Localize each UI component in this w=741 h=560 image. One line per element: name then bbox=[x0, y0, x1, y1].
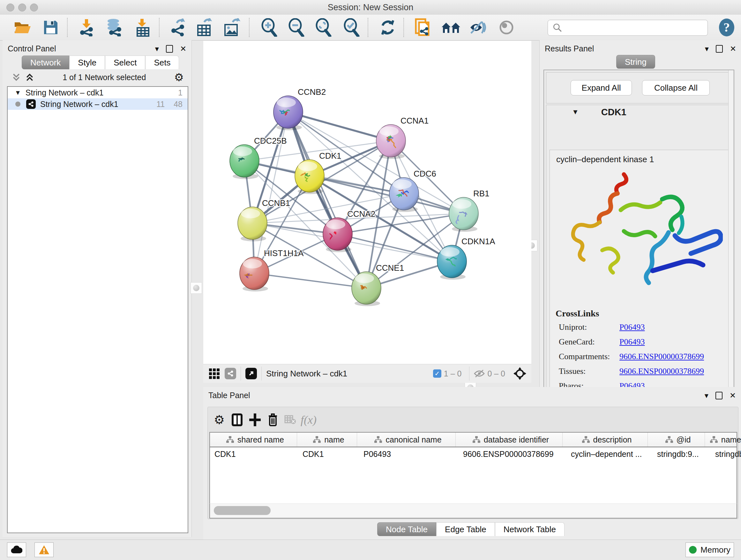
collapse-all-icon[interactable] bbox=[11, 72, 21, 82]
tab-style[interactable]: Style bbox=[69, 56, 105, 69]
expand-all-button[interactable]: Expand All bbox=[570, 80, 632, 96]
tissues-link[interactable]: 9606.ENSP00000378699 bbox=[619, 367, 704, 376]
network-node-ccnb2[interactable]: CCNB2 bbox=[273, 87, 326, 130]
tab-string[interactable]: String bbox=[616, 55, 655, 69]
zoom-in-button[interactable] bbox=[258, 17, 280, 38]
birds-eye-grid-icon[interactable] bbox=[209, 368, 219, 379]
apply-layout-button[interactable] bbox=[377, 17, 399, 38]
network-share-icon[interactable] bbox=[225, 368, 236, 379]
tab-node-table[interactable]: Node Table bbox=[377, 522, 436, 536]
collapse-all-button[interactable]: Collapse All bbox=[642, 80, 710, 96]
table-cell[interactable]: CDK1 bbox=[298, 447, 359, 461]
network-collection-row[interactable]: ▼ String Network – cdk1 1 bbox=[8, 87, 188, 98]
hide-selected-button[interactable] bbox=[467, 17, 489, 38]
genecard-link[interactable]: P06493 bbox=[619, 337, 645, 347]
zoom-out-button[interactable] bbox=[285, 17, 307, 38]
left-splitter-handle[interactable] bbox=[191, 282, 202, 294]
export-network-button[interactable] bbox=[167, 17, 190, 38]
fit-selection-crosshair-icon[interactable] bbox=[513, 367, 527, 381]
show-all-button[interactable] bbox=[495, 17, 518, 38]
window-close-button[interactable] bbox=[6, 3, 14, 11]
network-node-ccnb1[interactable]: CCNB1 bbox=[238, 198, 290, 241]
open-session-button[interactable] bbox=[11, 17, 34, 38]
network-edge[interactable] bbox=[254, 273, 366, 288]
panel-maximize-icon[interactable] bbox=[716, 45, 723, 53]
panel-close-icon[interactable]: ✕ bbox=[730, 45, 736, 53]
network-row-selected[interactable]: String Network – cdk1 11 48 bbox=[8, 98, 188, 110]
panel-float-icon[interactable]: ▾ bbox=[704, 392, 709, 399]
network-node-cdkn1a[interactable]: CDKN1A bbox=[437, 237, 495, 280]
column-header-description[interactable]: description bbox=[562, 433, 648, 447]
column-header-canonical-name[interactable]: canonical name bbox=[357, 433, 456, 447]
tab-network[interactable]: Network bbox=[22, 56, 69, 69]
table-cell[interactable]: 9606.ENSP00000378699 bbox=[459, 447, 566, 461]
import-network-database-button[interactable] bbox=[103, 17, 125, 38]
table-row[interactable]: CDK1CDK1P064939606.ENSP00000378699cyclin… bbox=[210, 447, 737, 461]
protein-collapse-icon[interactable]: ▼ bbox=[572, 108, 579, 116]
panel-maximize-icon[interactable] bbox=[716, 392, 723, 399]
network-node-hist1h1a[interactable]: HIST1H1A bbox=[240, 248, 304, 292]
hidden-eye-icon[interactable] bbox=[474, 369, 485, 378]
show-columns-icon[interactable] bbox=[229, 412, 246, 428]
column-header-namespac[interactable]: namespac bbox=[705, 433, 741, 447]
scrollbar-thumb[interactable] bbox=[214, 506, 271, 515]
expand-all-icon[interactable] bbox=[25, 72, 35, 82]
column-header-database-identifier[interactable]: database identifier bbox=[456, 433, 562, 447]
tree-collapse-icon[interactable]: ▼ bbox=[15, 89, 21, 97]
save-session-button[interactable] bbox=[40, 17, 62, 38]
zoom-selected-button[interactable] bbox=[340, 17, 362, 38]
table-cell[interactable]: stringdb bbox=[711, 447, 741, 461]
table-options-gear-icon[interactable]: ⚙ bbox=[211, 412, 227, 428]
table-horizontal-scrollbar[interactable] bbox=[209, 503, 737, 518]
table-cell[interactable]: CDK1 bbox=[210, 447, 298, 461]
selected-checkbox[interactable]: ✓ bbox=[433, 369, 441, 378]
table-panel-title: Table Panel bbox=[208, 391, 250, 400]
search-input[interactable] bbox=[564, 21, 708, 35]
add-column-icon[interactable] bbox=[247, 412, 263, 428]
zoom-selected-icon bbox=[343, 18, 360, 37]
uniprot-link[interactable]: P06493 bbox=[619, 322, 645, 332]
tab-edge-table[interactable]: Edge Table bbox=[436, 522, 495, 536]
zoom-fit-button[interactable] bbox=[312, 17, 334, 38]
table-cell[interactable]: cyclin–dependent ... bbox=[566, 447, 653, 461]
export-table-button[interactable] bbox=[193, 17, 216, 38]
tab-select[interactable]: Select bbox=[105, 56, 145, 69]
warnings-button[interactable] bbox=[35, 543, 54, 557]
node-label: CCNA2 bbox=[347, 209, 375, 219]
import-network-file-button[interactable] bbox=[75, 17, 98, 38]
detach-view-icon[interactable] bbox=[246, 368, 257, 379]
export-image-button[interactable] bbox=[221, 17, 243, 38]
search-field[interactable] bbox=[548, 20, 708, 36]
column-header-name[interactable]: name bbox=[297, 433, 357, 447]
column-header--id[interactable]: @id bbox=[648, 433, 705, 447]
network-edge[interactable] bbox=[288, 112, 366, 288]
memory-button[interactable]: Memory bbox=[685, 543, 734, 557]
panel-maximize-icon[interactable] bbox=[166, 45, 173, 53]
help-button[interactable]: ? bbox=[716, 17, 738, 38]
network-node-rb1[interactable]: RB1 bbox=[449, 189, 489, 232]
delete-column-trash-icon[interactable] bbox=[265, 412, 281, 428]
tab-network-table[interactable]: Network Table bbox=[495, 522, 564, 536]
panel-float-icon[interactable]: ▾ bbox=[155, 45, 159, 53]
network-node-cdk1[interactable]: CDK1 bbox=[295, 151, 341, 194]
network-canvas[interactable]: CCNB2CCNA1CDC25BCDK1CDC6RB1CCNB1CCNA2CDK… bbox=[203, 41, 531, 364]
import-table-file-button[interactable] bbox=[131, 17, 154, 38]
node-label: CDKN1A bbox=[461, 237, 495, 246]
network-list: ▼ String Network – cdk1 1 String Network… bbox=[7, 86, 188, 533]
panel-close-icon[interactable]: ✕ bbox=[180, 45, 186, 53]
results-scrollbar[interactable] bbox=[728, 70, 733, 408]
column-header-shared-name[interactable]: shared name bbox=[210, 433, 297, 447]
window-zoom-button[interactable] bbox=[30, 3, 38, 11]
table-cell[interactable]: stringdb:9... bbox=[653, 447, 711, 461]
cloud-status-button[interactable] bbox=[7, 543, 26, 557]
first-neighbors-button[interactable] bbox=[440, 17, 462, 38]
network-node-ccne1[interactable]: CCNE1 bbox=[352, 263, 404, 306]
tab-sets[interactable]: Sets bbox=[145, 56, 179, 69]
compartments-link[interactable]: 9606.ENSP00000378699 bbox=[619, 352, 704, 361]
clone-network-button[interactable] bbox=[412, 17, 434, 38]
panel-float-icon[interactable]: ▾ bbox=[705, 45, 709, 53]
window-minimize-button[interactable] bbox=[18, 3, 26, 11]
panel-close-icon[interactable]: ✕ bbox=[730, 392, 736, 399]
network-options-gear-icon[interactable]: ⚙ bbox=[174, 71, 184, 84]
table-cell[interactable]: P06493 bbox=[359, 447, 459, 461]
